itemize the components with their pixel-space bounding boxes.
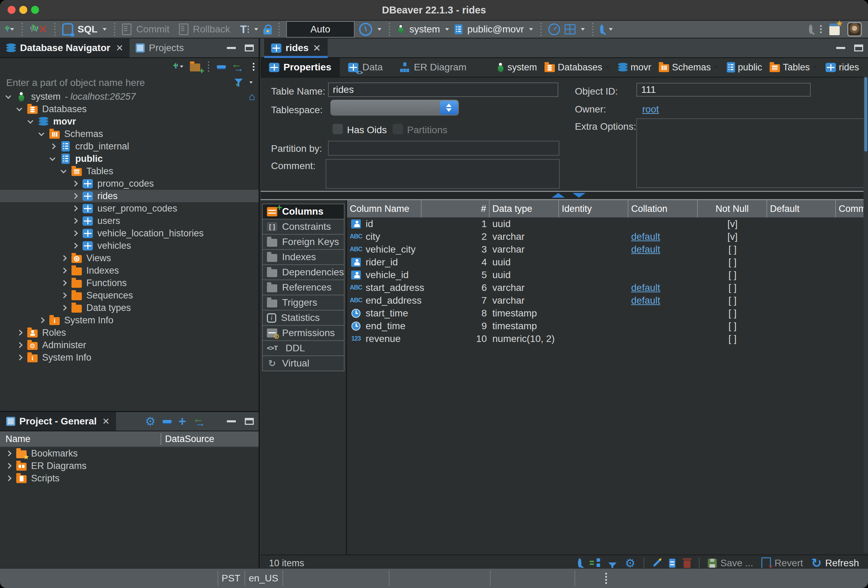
column-row-start-time[interactable]: start_time8timestamp[ ] [347, 307, 868, 320]
expand-chevron-icon[interactable] [59, 278, 69, 288]
expand-chevron-icon[interactable] [25, 116, 36, 127]
expand-chevron-icon[interactable] [59, 290, 69, 301]
form-table-sash[interactable] [261, 191, 868, 200]
locale-indicator[interactable]: en_US [244, 569, 282, 588]
section-tab-foreign-keys[interactable]: Foreign Keys [262, 234, 345, 250]
breadcrumb-system[interactable]: system [496, 62, 537, 73]
collation-link[interactable]: default [631, 231, 660, 242]
section-tab-constraints[interactable]: [ ]Constraints [262, 219, 345, 235]
commit-button[interactable]: Commit [136, 24, 169, 35]
breadcrumb-schemas[interactable]: Schemas [659, 62, 719, 73]
close-icon[interactable]: ✕ [102, 416, 110, 427]
expand-chevron-icon[interactable] [15, 340, 25, 350]
expand-chevron-icon[interactable] [70, 178, 80, 189]
tablespace-select[interactable] [331, 100, 459, 116]
collation-link[interactable]: default [631, 282, 660, 293]
navigator-item-indexes[interactable]: Indexes [0, 264, 258, 277]
commit-icon[interactable] [122, 24, 131, 35]
scrollbar-thumb[interactable] [864, 77, 867, 152]
search-rows-icon[interactable] [578, 560, 582, 566]
owner-link[interactable]: root [642, 104, 659, 115]
expand-chevron-icon[interactable] [3, 448, 14, 458]
edit-column-icon[interactable] [653, 559, 660, 567]
rollback-icon[interactable] [179, 24, 189, 35]
navigator-item-users[interactable]: users [0, 215, 258, 227]
navigator-item-system-info[interactable]: iSystem Info [0, 351, 258, 364]
subtab-data[interactable]: <>Data [340, 58, 391, 77]
expand-chevron-icon[interactable] [15, 352, 25, 363]
expand-chevron-icon[interactable] [48, 141, 58, 152]
section-tab-dependencies[interactable]: Dependencies [262, 264, 345, 280]
navigator-item-administer[interactable]: ⚙Administer [0, 339, 258, 351]
partitions-checkbox[interactable] [393, 124, 403, 134]
subtab-properties[interactable]: Properties [261, 58, 340, 77]
breadcrumb-caret-icon[interactable] [606, 66, 610, 69]
open-perspective-icon[interactable] [829, 24, 840, 35]
column-row-end-time[interactable]: end_time9timestamp[ ] [347, 320, 868, 332]
navigator-item-crdb-internal[interactable]: crdb_internal [0, 140, 258, 153]
expand-chevron-icon[interactable] [15, 327, 25, 338]
expand-chevron-icon[interactable] [48, 153, 58, 164]
column-row-end-address[interactable]: ABCend_address7varchardefault[ ] [347, 294, 868, 307]
column-header-column-name[interactable]: Column Name [347, 200, 422, 217]
expand-chevron-icon[interactable] [70, 240, 80, 251]
expand-chevron-icon[interactable] [70, 228, 80, 239]
breadcrumb-caret-icon[interactable] [813, 66, 817, 69]
column-header-name[interactable]: Name [6, 434, 30, 444]
section-tab-indexes[interactable]: Indexes [262, 249, 345, 265]
refresh-button[interactable]: ↻Refresh [811, 557, 859, 569]
section-tab-columns[interactable]: +Columns [262, 203, 345, 220]
column-header-not-null[interactable]: Not Null [698, 200, 767, 217]
tab-database-navigator[interactable]: Database Navigator ✕ [0, 39, 130, 57]
editor-scrollbar[interactable] [864, 76, 868, 553]
schema-selector[interactable]: public@movr [467, 24, 524, 35]
expand-chevron-icon[interactable] [3, 91, 14, 102]
compare-data-icon[interactable] [564, 24, 576, 34]
filter-icon[interactable]: ✓ [235, 79, 243, 83]
transaction-dropdown-icon[interactable] [254, 28, 258, 30]
new-connection-dropdown-icon[interactable] [10, 28, 14, 30]
collapse-all-icon[interactable] [162, 420, 171, 423]
tab-project-general[interactable]: Project - General ✕ [0, 412, 116, 431]
section-tab-statistics[interactable]: iStatistics [262, 310, 345, 326]
column-header--[interactable]: # [422, 200, 490, 217]
commit-mode-combo[interactable]: Auto [286, 21, 354, 38]
new-connection-dropdown-icon[interactable] [180, 66, 183, 68]
column-row-vehicle-id[interactable]: vehicle_id5uuid[ ] [347, 268, 868, 281]
project-item-bookmarks[interactable]: ★Bookmarks [0, 447, 258, 460]
compare-icon[interactable] [590, 559, 600, 568]
breadcrumb-databases[interactable]: Databases [545, 62, 610, 73]
sql-editor-button[interactable]: SQL [78, 24, 98, 35]
view-menu-icon[interactable] [253, 63, 254, 65]
navigator-item-schemas[interactable]: Schemas [0, 128, 258, 140]
navigator-item-tables[interactable]: Tables [0, 165, 258, 177]
history-dropdown-icon[interactable] [377, 28, 381, 30]
section-tab-references[interactable]: References [262, 280, 345, 295]
delete-column-icon[interactable] [683, 560, 691, 568]
breadcrumb-public[interactable]: public [727, 62, 762, 73]
lock-icon[interactable] [263, 28, 272, 34]
column-header-default[interactable]: Default [767, 200, 836, 217]
expand-chevron-icon[interactable] [37, 129, 47, 139]
revert-button[interactable]: Revert [761, 557, 803, 569]
grid-settings-gear-icon[interactable]: ⚙ [625, 557, 635, 569]
navigator-item-movr[interactable]: movr [0, 115, 258, 128]
column-row-start-address[interactable]: ABCstart_address6varchardefault[ ] [347, 281, 868, 294]
save-button[interactable]: Save ... [708, 558, 753, 569]
avatar[interactable] [847, 22, 862, 37]
navigator-item-vehicle-location-histories[interactable]: vehicle_location_histories [0, 227, 258, 239]
timezone-indicator[interactable]: PST [217, 569, 244, 588]
navigator-item-rides[interactable]: rides [0, 190, 258, 202]
navigator-item-sequences[interactable]: Sequences [0, 289, 258, 302]
partition-by-input[interactable] [328, 141, 559, 156]
maximize-panel-icon[interactable] [245, 44, 254, 52]
maximize-panel-icon[interactable] [245, 418, 254, 425]
navigator-item-vehicles[interactable]: vehicles [0, 239, 258, 252]
sql-editor-icon[interactable] [62, 23, 73, 35]
expand-chevron-icon[interactable] [15, 104, 25, 114]
expand-chevron-icon[interactable] [70, 191, 80, 201]
navigator-item-promo-codes[interactable]: promo_codes [0, 177, 258, 190]
close-icon[interactable]: ✕ [116, 43, 123, 53]
navigator-item-system-info[interactable]: iSystem Info [0, 314, 258, 326]
navigator-item-functions[interactable]: Functions [0, 277, 258, 289]
